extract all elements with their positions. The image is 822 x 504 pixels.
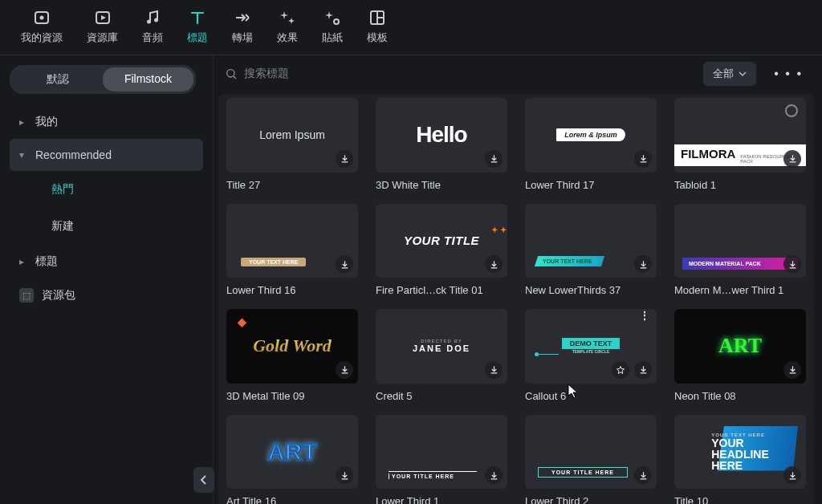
sidebar-tab[interactable]: 默認 bbox=[12, 67, 103, 91]
title-card[interactable]: ◆Gold Word3D Metal Title 09 bbox=[226, 309, 358, 402]
topnav-label: 我的資源 bbox=[21, 30, 63, 45]
more-button[interactable]: • • • bbox=[766, 62, 811, 86]
svg-point-1 bbox=[40, 16, 44, 20]
tree-item[interactable]: ▸我的 bbox=[10, 105, 203, 139]
chevron-down-icon bbox=[739, 70, 747, 78]
card-thumbnail[interactable]: Hello bbox=[376, 98, 507, 173]
card-title: Lower Third 2 bbox=[525, 495, 657, 504]
card-title: Credit 5 bbox=[376, 390, 507, 402]
tree-leaf[interactable]: 熱門 bbox=[45, 171, 203, 208]
card-thumbnail[interactable]: DIRECTED BYJANE DOE bbox=[376, 309, 507, 384]
card-thumbnail[interactable]: DEMO TEXTTEMPLATE CIRCLE⋮ bbox=[525, 309, 657, 384]
svg-point-3 bbox=[147, 20, 151, 24]
topnav-stickers[interactable]: 貼紙 bbox=[322, 8, 343, 45]
card-thumbnail[interactable]: ◆Gold Word bbox=[226, 309, 358, 384]
my-resources-icon bbox=[32, 8, 51, 27]
topnav-templates[interactable]: 模板 bbox=[367, 8, 388, 45]
card-thumbnail[interactable]: YOUR TEXT HERE bbox=[226, 204, 358, 278]
card-thumbnail[interactable]: YOUR TITLE HERE bbox=[525, 415, 657, 490]
tree-item[interactable]: ▸標題 bbox=[10, 245, 203, 278]
sidebar-tab[interactable]: Filmstock bbox=[103, 67, 193, 91]
download-button[interactable] bbox=[783, 361, 801, 379]
svg-line-10 bbox=[234, 76, 236, 79]
tree-item[interactable]: ▾Recommended bbox=[10, 139, 203, 171]
tree-leaf[interactable]: 新建 bbox=[45, 208, 203, 245]
card-thumbnail[interactable]: ART bbox=[226, 415, 358, 490]
titles-grid: Halloween Title 04Lowerthird_02New Lower… bbox=[226, 94, 806, 504]
title-card[interactable]: Lorem IpsumTitle 27 bbox=[226, 98, 358, 191]
title-card[interactable]: DIRECTED BYJANE DOECredit 5 bbox=[376, 309, 507, 402]
collapse-sidebar-button[interactable] bbox=[193, 467, 214, 493]
card-thumbnail[interactable]: FILMORAFASHION RESOURCE PACK bbox=[674, 98, 806, 173]
topnav-label: 效果 bbox=[277, 30, 298, 45]
download-button[interactable] bbox=[485, 466, 503, 484]
card-thumbnail[interactable]: MODERN MATERIAL PACK bbox=[674, 204, 806, 278]
title-card[interactable]: ARTArt Title 16 bbox=[226, 415, 358, 505]
download-button[interactable] bbox=[634, 466, 652, 484]
content-area: 搜索標題 全部 • • • Halloween Title 04Lowerthi… bbox=[214, 55, 822, 504]
sidebar-tabs: 默認Filmstock bbox=[10, 65, 196, 94]
topnav-audio[interactable]: 音頻 bbox=[142, 8, 163, 45]
title-card[interactable]: YOUR TEXT HERENew LowerThirds 37 bbox=[525, 204, 657, 297]
title-card[interactable]: DEMO TEXTTEMPLATE CIRCLE⋮Callout 6 bbox=[525, 309, 657, 402]
card-more-icon[interactable]: ⋮ bbox=[639, 314, 650, 317]
card-title: Modern M…wer Third 1 bbox=[674, 284, 806, 296]
topnav-titles[interactable]: 標題 bbox=[187, 8, 208, 45]
stickers-icon bbox=[323, 8, 342, 27]
titles-icon bbox=[188, 8, 207, 27]
download-button[interactable] bbox=[336, 361, 353, 379]
title-card[interactable]: YOUR TEXT HERELower Third 16 bbox=[226, 204, 358, 297]
download-button[interactable] bbox=[485, 361, 503, 379]
card-thumbnail[interactable]: YOUR TITLE✦ ✦ bbox=[376, 204, 507, 278]
download-button[interactable] bbox=[634, 255, 652, 273]
card-title: Tabloid 1 bbox=[674, 179, 806, 191]
topnav-library[interactable]: 資源庫 bbox=[87, 8, 118, 45]
topnav-label: 音頻 bbox=[142, 30, 163, 45]
chevron-down-icon: ▾ bbox=[19, 149, 27, 161]
topnav-label: 貼紙 bbox=[322, 30, 343, 45]
title-card[interactable]: YOUR TEXT HEREYOURHEADLINEHERETitle 10 bbox=[674, 415, 806, 505]
title-card[interactable]: ARTNeon Title 08 bbox=[674, 309, 806, 402]
title-card[interactable]: YOUR TITLE HERELower Third 1 bbox=[376, 415, 507, 505]
card-thumbnail[interactable]: YOUR TITLE HERE bbox=[376, 415, 507, 490]
title-card[interactable]: YOUR TITLE✦ ✦Fire Particl…ck Title 01 bbox=[376, 204, 507, 297]
filter-dropdown[interactable]: 全部 bbox=[703, 62, 756, 86]
topnav-transitions[interactable]: 轉場 bbox=[232, 8, 253, 45]
topnav-label: 資源庫 bbox=[87, 30, 118, 45]
download-button[interactable] bbox=[336, 255, 353, 273]
title-card[interactable]: MODERN MATERIAL PACKModern M…wer Third 1 bbox=[674, 204, 806, 297]
card-thumbnail[interactable]: Lorem & Ipsum bbox=[525, 98, 657, 173]
download-button[interactable] bbox=[634, 361, 652, 379]
topnav-my-resources[interactable]: 我的資源 bbox=[21, 8, 63, 45]
audio-icon bbox=[143, 8, 162, 27]
top-nav: 我的資源資源庫音頻標題轉場效果貼紙模板 bbox=[0, 0, 822, 55]
card-thumbnail[interactable]: ART bbox=[674, 309, 806, 384]
download-button[interactable] bbox=[634, 150, 652, 168]
download-button[interactable] bbox=[485, 150, 503, 168]
chevron-left-icon bbox=[200, 475, 208, 485]
svg-point-4 bbox=[154, 18, 158, 22]
card-title: Title 10 bbox=[674, 495, 806, 504]
download-button[interactable] bbox=[336, 466, 353, 484]
favorite-button[interactable] bbox=[612, 361, 629, 379]
card-thumbnail[interactable]: Lorem Ipsum bbox=[226, 98, 358, 173]
package-icon: ⬚ bbox=[19, 288, 34, 303]
card-thumbnail[interactable]: YOUR TEXT HEREYOURHEADLINEHERE bbox=[674, 415, 806, 490]
card-title: Lower Third 16 bbox=[226, 284, 358, 296]
card-title: Art Title 16 bbox=[226, 495, 358, 504]
download-button[interactable] bbox=[783, 466, 801, 484]
topnav-effects[interactable]: 效果 bbox=[277, 8, 298, 45]
card-title: 3D White Title bbox=[376, 179, 507, 191]
title-card[interactable]: Hello3D White Title bbox=[376, 98, 507, 191]
search-input[interactable]: 搜索標題 bbox=[225, 67, 694, 81]
tree-item[interactable]: ⬚資源包 bbox=[10, 278, 203, 312]
filter-label: 全部 bbox=[713, 67, 734, 81]
card-thumbnail[interactable]: YOUR TEXT HERE bbox=[525, 204, 657, 278]
title-card[interactable]: Lorem & IpsumLower Third 17 bbox=[525, 98, 657, 191]
download-button[interactable] bbox=[336, 150, 353, 168]
download-button[interactable] bbox=[783, 255, 801, 273]
download-button[interactable] bbox=[783, 150, 801, 168]
download-button[interactable] bbox=[485, 255, 503, 273]
title-card[interactable]: YOUR TITLE HERELower Third 2 bbox=[525, 415, 657, 505]
title-card[interactable]: FILMORAFASHION RESOURCE PACKTabloid 1 bbox=[674, 98, 806, 191]
